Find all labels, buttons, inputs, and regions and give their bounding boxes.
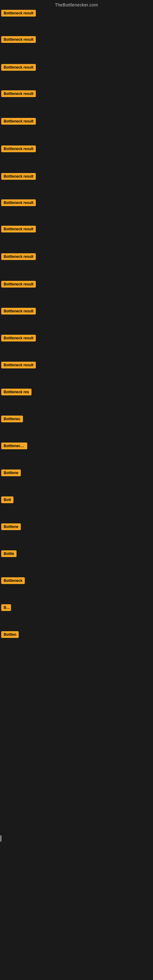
- bottleneck-row-4[interactable]: Bottleneck result: [0, 89, 153, 100]
- bottleneck-row-22[interactable]: Bottleneck: [0, 576, 153, 587]
- bottleneck-row-2[interactable]: Bottleneck result: [0, 35, 153, 45]
- bottleneck-row-18[interactable]: Bottlene: [0, 468, 153, 479]
- bottleneck-row-3[interactable]: Bottleneck result: [0, 63, 153, 73]
- bottleneck-badge-15[interactable]: Bottleneck res: [1, 389, 32, 395]
- site-title: TheBottlenecker.com: [0, 0, 153, 9]
- bottleneck-badge-10[interactable]: Bottleneck result: [1, 253, 36, 260]
- bottleneck-badge-9[interactable]: Bottleneck result: [1, 226, 36, 232]
- bottleneck-badge-13[interactable]: Bottleneck result: [1, 335, 36, 342]
- bottleneck-badge-20[interactable]: Bottlene: [1, 523, 21, 530]
- bottleneck-badge-5[interactable]: Bottleneck result: [1, 118, 36, 125]
- bottleneck-badge-18[interactable]: Bottlene: [1, 469, 21, 476]
- bottleneck-row-15[interactable]: Bottleneck res: [0, 387, 153, 398]
- bottleneck-row-21[interactable]: Bottle: [0, 549, 153, 560]
- bottleneck-row-12[interactable]: Bottleneck result: [0, 307, 153, 317]
- bottleneck-row-14[interactable]: Bottleneck result: [0, 360, 153, 371]
- text-cursor: [1, 835, 1, 842]
- bottleneck-badge-12[interactable]: Bottleneck result: [1, 308, 36, 315]
- bottleneck-row-6[interactable]: Bottleneck result: [0, 144, 153, 155]
- bottleneck-row-24[interactable]: Bottlen: [0, 630, 153, 640]
- bottleneck-row-13[interactable]: Bottleneck result: [0, 334, 153, 344]
- bottleneck-badge-11[interactable]: Bottleneck result: [1, 281, 36, 288]
- bottleneck-row-16[interactable]: Bottlenec: [0, 414, 153, 425]
- bottleneck-badge-1[interactable]: Bottleneck result: [1, 10, 36, 16]
- bottleneck-row-23[interactable]: Bot: [0, 603, 153, 613]
- bottleneck-badge-21[interactable]: Bottle: [1, 550, 16, 557]
- bottleneck-badge-7[interactable]: Bottleneck result: [1, 173, 36, 180]
- bottleneck-row-1[interactable]: Bottleneck result: [0, 9, 153, 19]
- bottleneck-row-20[interactable]: Bottlene: [0, 522, 153, 533]
- bottleneck-row-5[interactable]: Bottleneck result: [0, 117, 153, 127]
- bottleneck-badge-19[interactable]: Bott: [1, 496, 13, 503]
- bottleneck-badge-6[interactable]: Bottleneck result: [1, 145, 36, 152]
- bottleneck-badge-2[interactable]: Bottleneck result: [1, 36, 36, 43]
- bottleneck-row-9[interactable]: Bottleneck result: [0, 224, 153, 235]
- bottleneck-badge-8[interactable]: Bottleneck result: [1, 199, 36, 206]
- bottleneck-row-7[interactable]: Bottleneck result: [0, 172, 153, 182]
- bottleneck-badge-17[interactable]: Bottleneck r: [1, 442, 27, 449]
- bottleneck-badge-14[interactable]: Bottleneck result: [1, 362, 36, 368]
- bottleneck-badge-16[interactable]: Bottlenec: [1, 415, 23, 422]
- bottleneck-row-11[interactable]: Bottleneck result: [0, 280, 153, 290]
- bottleneck-badge-22[interactable]: Bottleneck: [1, 577, 25, 584]
- bottleneck-row-10[interactable]: Bottleneck result: [0, 252, 153, 262]
- bottleneck-row-8[interactable]: Bottleneck result: [0, 198, 153, 208]
- bottleneck-badge-23[interactable]: Bot: [1, 604, 11, 611]
- bottleneck-badge-3[interactable]: Bottleneck result: [1, 64, 36, 71]
- bottleneck-row-17[interactable]: Bottleneck r: [0, 441, 153, 452]
- bottleneck-row-19[interactable]: Bott: [0, 495, 153, 506]
- bottleneck-badge-24[interactable]: Bottlen: [1, 631, 19, 638]
- bottleneck-badge-4[interactable]: Bottleneck result: [1, 90, 36, 97]
